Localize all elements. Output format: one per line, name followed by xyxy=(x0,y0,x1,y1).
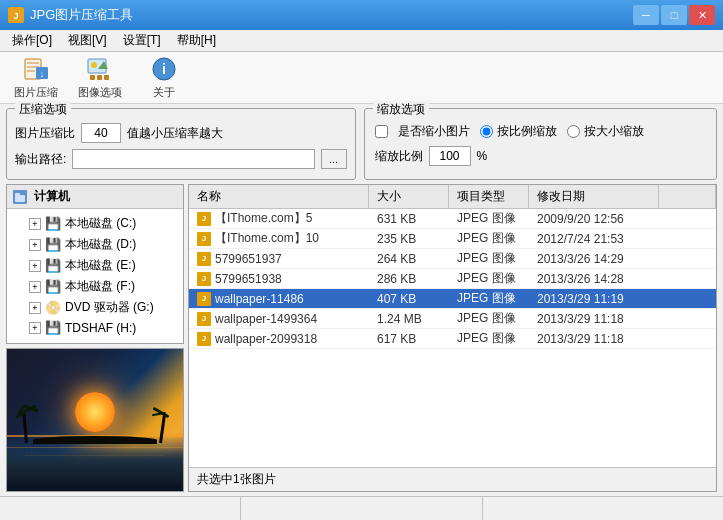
tree-node-4[interactable]: + 📀 DVD 驱动器 (G:) xyxy=(7,297,183,318)
file-icon-4: J xyxy=(197,292,211,306)
col-header-size[interactable]: 大小 xyxy=(369,185,449,208)
tree-expander-5[interactable]: + xyxy=(29,322,41,334)
scale-checkbox[interactable] xyxy=(375,125,388,138)
tree-node-label-2: 本地磁盘 (E:) xyxy=(65,257,136,274)
browse-button[interactable]: ... xyxy=(321,149,347,169)
compress-options-group: 压缩选项 图片压缩比 值越小压缩率越大 输出路径: ... xyxy=(6,108,356,180)
image-options-label: 图像选项 xyxy=(78,85,122,100)
compress-ratio-input[interactable] xyxy=(81,123,121,143)
image-options-button[interactable]: 图像选项 xyxy=(70,56,130,100)
scale-ratio-input[interactable] xyxy=(429,146,471,166)
radio-proportional[interactable] xyxy=(480,125,493,138)
file-cell-date-6: 2013/3/29 11:18 xyxy=(529,331,659,347)
drive-icon-2: 💾 xyxy=(45,258,61,273)
svg-text:i: i xyxy=(162,61,166,77)
output-path-input[interactable] xyxy=(72,149,314,169)
about-label: 关于 xyxy=(153,85,175,100)
file-cell-type-3: JPEG 图像 xyxy=(449,269,529,288)
tree-node-0[interactable]: + 💾 本地磁盘 (C:) xyxy=(7,213,183,234)
file-cell-extra-3 xyxy=(659,278,716,280)
radio-proportional-label: 按比例缩放 xyxy=(497,123,557,140)
tree-node-label-0: 本地磁盘 (C:) xyxy=(65,215,136,232)
compress-ratio-row: 图片压缩比 值越小压缩率越大 xyxy=(15,123,347,143)
file-row-0[interactable]: J 【IThome.com】5 631 KB JPEG 图像 2009/9/20… xyxy=(189,209,716,229)
tree-expander-0[interactable]: + xyxy=(29,218,41,230)
palm-right xyxy=(159,415,162,443)
radio-maxsize[interactable] xyxy=(567,125,580,138)
reflection-2 xyxy=(25,455,166,456)
output-path-label: 输出路径: xyxy=(15,151,66,168)
tree-node-label-4: DVD 驱动器 (G:) xyxy=(65,299,154,316)
file-icon-5: J xyxy=(197,312,211,326)
menu-item-settings[interactable]: 设置[T] xyxy=(115,30,169,51)
tree-panel: 计算机 + 💾 本地磁盘 (C:) + 💾 本地磁盘 (D:) + 💾 本地磁盘… xyxy=(6,184,184,344)
tree-node-3[interactable]: + 💾 本地磁盘 (F:) xyxy=(7,276,183,297)
tree-node-2[interactable]: + 💾 本地磁盘 (E:) xyxy=(7,255,183,276)
file-row-1[interactable]: J 【IThome.com】10 235 KB JPEG 图像 2012/7/2… xyxy=(189,229,716,249)
file-cell-size-2: 264 KB xyxy=(369,251,449,267)
scale-options-group: 缩放选项 是否缩小图片 按比例缩放 按大小缩放 缩放比例 % xyxy=(364,108,718,180)
menu-item-view[interactable]: 视图[V] xyxy=(60,30,115,51)
svg-text:↓: ↓ xyxy=(40,69,45,79)
tree-expander-4[interactable]: + xyxy=(29,302,41,314)
scale-checkbox-label: 是否缩小图片 xyxy=(398,123,470,140)
file-cell-name-2: J 5799651937 xyxy=(189,251,369,267)
col-header-type[interactable]: 项目类型 xyxy=(449,185,529,208)
file-cell-date-3: 2013/3/26 14:28 xyxy=(529,271,659,287)
file-row-3[interactable]: J 5799651938 286 KB JPEG 图像 2013/3/26 14… xyxy=(189,269,716,289)
file-cell-size-5: 1.24 MB xyxy=(369,311,449,327)
tree-node-label-5: TDSHAF (H:) xyxy=(65,321,136,335)
menu-bar: 操作[O] 视图[V] 设置[T] 帮助[H] xyxy=(0,30,723,52)
col-header-date[interactable]: 修改日期 xyxy=(529,185,659,208)
file-cell-date-1: 2012/7/24 21:53 xyxy=(529,231,659,247)
about-button[interactable]: i 关于 xyxy=(134,56,194,100)
sun-circle xyxy=(75,392,115,432)
file-cell-name-0: J 【IThome.com】5 xyxy=(189,209,369,228)
close-button[interactable]: ✕ xyxy=(689,5,715,25)
tree-expander-3[interactable]: + xyxy=(29,281,41,293)
tree-node-label-1: 本地磁盘 (D:) xyxy=(65,236,136,253)
menu-item-operations[interactable]: 操作[O] xyxy=(4,30,60,51)
left-panel: 计算机 + 💾 本地磁盘 (C:) + 💾 本地磁盘 (D:) + 💾 本地磁盘… xyxy=(6,184,184,492)
col-header-name[interactable]: 名称 xyxy=(189,185,369,208)
output-path-row: 输出路径: ... xyxy=(15,149,347,169)
file-list-body[interactable]: J 【IThome.com】5 631 KB JPEG 图像 2009/9/20… xyxy=(189,209,716,467)
drive-icon-0: 💾 xyxy=(45,216,61,231)
image-options-icon xyxy=(86,55,114,83)
file-cell-extra-1 xyxy=(659,238,716,240)
compress-icon: ↓ xyxy=(22,55,50,83)
drive-icon-3: 💾 xyxy=(45,279,61,294)
file-cell-type-0: JPEG 图像 xyxy=(449,209,529,228)
file-row-5[interactable]: J wallpaper-1499364 1.24 MB JPEG 图像 2013… xyxy=(189,309,716,329)
preview-image xyxy=(7,349,183,491)
preview-panel xyxy=(6,348,184,492)
menu-item-help[interactable]: 帮助[H] xyxy=(169,30,224,51)
compress-tool-button[interactable]: ↓ 图片压缩 xyxy=(6,56,66,100)
file-cell-type-5: JPEG 图像 xyxy=(449,309,529,328)
file-row-2[interactable]: J 5799651937 264 KB JPEG 图像 2013/3/26 14… xyxy=(189,249,716,269)
maximize-button[interactable]: □ xyxy=(661,5,687,25)
file-cell-type-6: JPEG 图像 xyxy=(449,329,529,348)
file-cell-size-6: 617 KB xyxy=(369,331,449,347)
tree-node-1[interactable]: + 💾 本地磁盘 (D:) xyxy=(7,234,183,255)
title-controls: ─ □ ✕ xyxy=(633,5,715,25)
options-row: 压缩选项 图片压缩比 值越小压缩率越大 输出路径: ... 缩放选项 是否缩小图… xyxy=(6,108,717,180)
file-icon-3: J xyxy=(197,272,211,286)
file-list-panel: 名称大小项目类型修改日期 J 【IThome.com】5 631 KB JPEG… xyxy=(188,184,717,492)
file-icon-0: J xyxy=(197,212,211,226)
scale-checkbox-row: 是否缩小图片 按比例缩放 按大小缩放 xyxy=(375,123,707,140)
file-cell-size-4: 407 KB xyxy=(369,291,449,307)
file-icon-1: J xyxy=(197,232,211,246)
status-segment-1 xyxy=(0,497,241,520)
file-row-6[interactable]: J wallpaper-2099318 617 KB JPEG 图像 2013/… xyxy=(189,329,716,349)
compress-ratio-label: 图片压缩比 xyxy=(15,125,75,142)
file-cell-name-1: J 【IThome.com】10 xyxy=(189,229,369,248)
minimize-button[interactable]: ─ xyxy=(633,5,659,25)
tree-node-5[interactable]: + 💾 TDSHAF (H:) xyxy=(7,318,183,337)
tree-expander-2[interactable]: + xyxy=(29,260,41,272)
tree-header: 计算机 xyxy=(7,185,183,209)
col-header-extra xyxy=(659,185,716,208)
tree-expander-1[interactable]: + xyxy=(29,239,41,251)
file-cell-type-2: JPEG 图像 xyxy=(449,249,529,268)
file-row-4[interactable]: J wallpaper-11486 407 KB JPEG 图像 2013/3/… xyxy=(189,289,716,309)
